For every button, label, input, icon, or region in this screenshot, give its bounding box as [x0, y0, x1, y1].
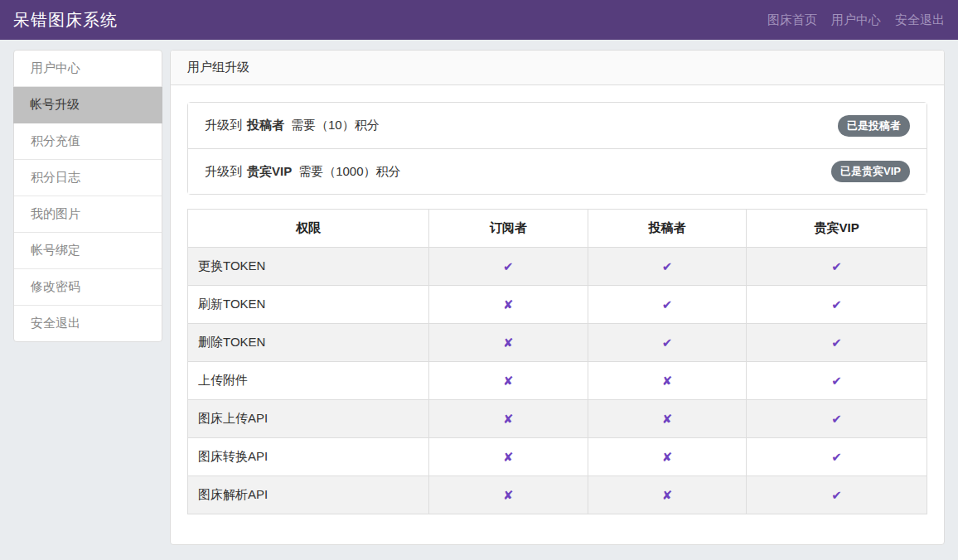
table-row: 删除TOKEN✘✔✔: [188, 324, 927, 362]
cross-icon: ✘: [428, 324, 588, 362]
check-icon: ✔: [747, 476, 927, 514]
perm-table-header: 贵宾VIP: [747, 210, 927, 248]
upgrade-group-name: 投稿者: [247, 118, 284, 133]
navbar-links: 图床首页用户中心安全退出: [767, 12, 945, 28]
cross-icon: ✘: [428, 438, 588, 476]
cross-icon: ✘: [428, 400, 588, 438]
cross-icon: ✘: [588, 400, 747, 438]
sidebar-item[interactable]: 我的图片: [14, 196, 162, 233]
sidebar-item[interactable]: 安全退出: [14, 306, 162, 341]
main-panel: 用户组升级 升级到投稿者需要（10）积分已是投稿者升级到贵宾VIP需要（1000…: [170, 50, 945, 545]
check-icon: ✔: [747, 324, 927, 362]
check-icon: ✔: [747, 286, 927, 324]
top-navbar: 呆错图床系统 图床首页用户中心安全退出: [0, 0, 958, 40]
check-icon: ✔: [428, 248, 588, 286]
cross-icon: ✘: [588, 476, 747, 514]
table-row: 上传附件✘✘✔: [188, 362, 927, 400]
table-row: 图床转换API✘✘✔: [188, 438, 927, 476]
sidebar-item[interactable]: 积分日志: [14, 160, 162, 196]
upgrade-row: 升级到贵宾VIP需要（1000）积分已是贵宾VIP: [188, 148, 927, 194]
table-row: 图床解析API✘✘✔: [188, 476, 927, 514]
sidebar-item[interactable]: 修改密码: [14, 269, 162, 306]
main-panel-body: 升级到投稿者需要（10）积分已是投稿者升级到贵宾VIP需要（1000）积分已是贵…: [171, 85, 944, 544]
upgrade-requirement: 需要（10）积分: [291, 118, 380, 133]
check-icon: ✔: [747, 438, 927, 476]
permission-name: 图床转换API: [188, 438, 429, 476]
upgrade-requirement: 需要（1000）积分: [298, 164, 400, 180]
check-icon: ✔: [588, 286, 747, 324]
sidebar-item[interactable]: 用户中心: [14, 51, 162, 87]
perm-table-header-row: 权限订阅者投稿者贵宾VIP: [188, 210, 927, 248]
check-icon: ✔: [747, 400, 927, 438]
permission-name: 刷新TOKEN: [188, 286, 429, 324]
permission-name: 更换TOKEN: [188, 248, 429, 286]
status-badge: 已是投稿者: [838, 115, 910, 137]
perm-table-header: 订阅者: [428, 210, 588, 248]
upgrade-prefix: 升级到: [205, 118, 242, 133]
sidebar: 用户中心帐号升级积分充值积分日志我的图片帐号绑定修改密码安全退出: [13, 50, 162, 342]
check-icon: ✔: [588, 324, 747, 362]
cross-icon: ✘: [428, 476, 588, 514]
check-icon: ✔: [747, 362, 927, 400]
status-badge: 已是贵宾VIP: [831, 161, 910, 182]
table-row: 图床上传API✘✘✔: [188, 400, 927, 438]
check-icon: ✔: [747, 248, 927, 286]
permission-name: 上传附件: [188, 362, 429, 400]
permission-name: 图床解析API: [188, 476, 429, 514]
permission-name: 删除TOKEN: [188, 324, 429, 362]
perm-table-body: 更换TOKEN✔✔✔刷新TOKEN✘✔✔删除TOKEN✘✔✔上传附件✘✘✔图床上…: [188, 248, 927, 514]
navbar-link[interactable]: 用户中心: [831, 12, 881, 28]
brand-logo[interactable]: 呆错图床系统: [13, 9, 118, 31]
sidebar-item[interactable]: 帐号绑定: [14, 233, 162, 269]
upgrade-row: 升级到投稿者需要（10）积分已是投稿者: [188, 103, 927, 148]
perm-table-header: 投稿者: [588, 210, 747, 248]
cross-icon: ✘: [428, 286, 588, 324]
table-row: 更换TOKEN✔✔✔: [188, 248, 927, 286]
cross-icon: ✘: [428, 362, 588, 400]
check-icon: ✔: [588, 248, 747, 286]
sidebar-item[interactable]: 积分充值: [14, 123, 162, 160]
upgrade-prefix: 升级到: [205, 164, 242, 180]
permission-name: 图床上传API: [188, 400, 429, 438]
upgrade-list: 升级到投稿者需要（10）积分已是投稿者升级到贵宾VIP需要（1000）积分已是贵…: [187, 102, 927, 195]
navbar-link[interactable]: 安全退出: [895, 12, 945, 28]
cross-icon: ✘: [588, 362, 747, 400]
page-title: 用户组升级: [171, 51, 944, 85]
permissions-table: 权限订阅者投稿者贵宾VIP 更换TOKEN✔✔✔刷新TOKEN✘✔✔删除TOKE…: [187, 209, 927, 514]
upgrade-group-name: 贵宾VIP: [247, 164, 292, 180]
page-content: 用户中心帐号升级积分充值积分日志我的图片帐号绑定修改密码安全退出 用户组升级 升…: [0, 40, 958, 555]
cross-icon: ✘: [588, 438, 747, 476]
table-row: 刷新TOKEN✘✔✔: [188, 286, 927, 324]
sidebar-item[interactable]: 帐号升级: [13, 87, 162, 123]
navbar-link[interactable]: 图床首页: [767, 12, 817, 28]
perm-table-header: 权限: [188, 210, 429, 248]
